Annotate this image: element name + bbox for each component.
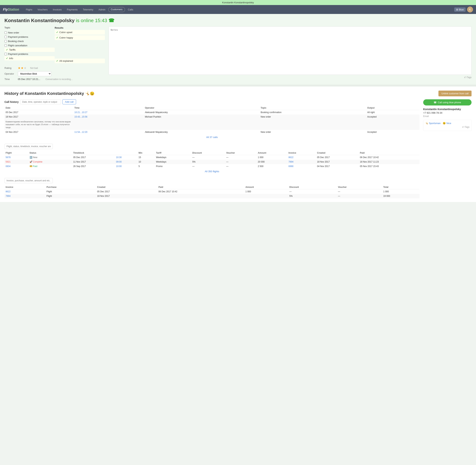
fcol-status: Status (29, 151, 72, 155)
history-section: History of Konstantin Konstantinopolsky … (0, 87, 476, 202)
flight-link-1[interactable]: 5678 (6, 156, 10, 159)
call-history-tbody: 05 Dec 2017 10:21...10:27 Aleksandr Maya… (4, 110, 419, 135)
unlink-customer-button[interactable]: Unlink customer from call (438, 91, 472, 96)
flight-link-2[interactable]: 5921 (6, 160, 10, 163)
call-time-link-3[interactable]: 11:54...12:20 (74, 131, 87, 133)
top-bar-title: Konstantin Konstantinopolsky (222, 1, 254, 4)
logo-fly: Fly (3, 8, 8, 11)
call-history-header: Call history Add call (4, 99, 419, 104)
inv-amount-1: 1 000 (244, 189, 288, 194)
rating-stars[interactable]: ★ ★ ★ (18, 66, 26, 70)
call-time-link-2[interactable]: 15:43...15:56 (74, 116, 87, 118)
phone-call-icon: ☎ (434, 101, 437, 104)
tariffs-checkmark: ✓ (6, 48, 8, 51)
user-avatar[interactable]: K (467, 7, 473, 12)
right-customer-email[interactable]: Email (423, 115, 472, 117)
all-flights-link[interactable]: All 350 flights (4, 169, 419, 174)
invoices-thead: Invoice Purchase Created Paid Amount Dis… (4, 185, 419, 189)
star-2[interactable]: ★ (21, 66, 23, 70)
nav-blue-panel[interactable]: ⊞ Blue (454, 7, 466, 12)
nav-item-payments[interactable]: Payments (65, 7, 80, 12)
nav-item-flights[interactable]: Flighs (24, 7, 35, 12)
nav: FlyStation Flighs Vouchers Invoices Paym… (0, 5, 476, 14)
flight-invoice-link-3[interactable]: 6990 (289, 165, 294, 168)
call-left-panel: Topic New order Payment problems Booking… (4, 26, 105, 81)
inv-discount-1: — (288, 189, 337, 194)
icol-total: Total (382, 185, 419, 189)
flight-invoice-3: 6990 (288, 164, 316, 169)
notes-tags[interactable]: 🏷 Tags (464, 76, 472, 79)
nav-item-admin[interactable]: Admin (96, 7, 108, 12)
col-time: Time (73, 106, 144, 110)
inv-num-2: 7894 (4, 194, 45, 198)
customer-info: Konstantin Konstantinopolsky +7 921 098-… (423, 108, 472, 117)
flight-invoice-2: 7894 (288, 159, 316, 164)
star-1[interactable]: ★ (18, 66, 21, 70)
call-history-search[interactable] (20, 99, 61, 104)
invoices-header-row: Invoice Purchase Created Paid Amount Dis… (4, 185, 419, 189)
nav-item-calls[interactable]: Calls (126, 7, 135, 12)
operator-label: Operator (4, 72, 16, 75)
topic-new-order: New order (4, 31, 55, 35)
topic-payment-problems-2-checkbox[interactable] (4, 53, 7, 55)
flight-tb-link-1[interactable]: 10:30 (116, 156, 122, 159)
flights-tbody: 5678 🆕 New 05 Dec 2017 10:30 15 Weekdays… (4, 155, 419, 169)
call-operator-1: Aleksandr Mayakovsky (144, 110, 259, 115)
call-history-section: Call history Add call Date Time Operator… (4, 99, 419, 140)
call-using-blue-phone-button[interactable]: ☎ Call using blue phone (423, 99, 472, 106)
nav-item-telemetry[interactable]: Telemetry (81, 7, 95, 12)
nav-item-invoices[interactable]: Invoices (51, 7, 64, 12)
nav-item-customers[interactable]: Customers (108, 7, 125, 12)
notes-textarea[interactable] (109, 26, 472, 75)
flight-link-3[interactable]: 0834 (6, 165, 10, 168)
invoices-table: Invoice Purchase Created Paid Amount Dis… (4, 185, 419, 198)
call-history-table: Date Time Operator Topic Output 05 Dec 2… (4, 106, 419, 134)
topic-new-order-checkbox[interactable] (4, 32, 7, 34)
topic-booking-check-checkbox[interactable] (4, 40, 7, 42)
nav-item-vouchers[interactable]: Vouchers (35, 7, 50, 12)
flight-invoice-link-2[interactable]: 7894 (289, 160, 294, 163)
flight-tb-time-3: 10:00 (115, 164, 137, 169)
inv-voucher-2: — (337, 194, 382, 198)
add-call-button[interactable]: Add call (62, 99, 76, 104)
logo-station: Station (8, 8, 19, 11)
call-history-thead: Date Time Operator Topic Output (4, 106, 419, 110)
operator-select[interactable]: Maximilian Blok (18, 71, 51, 76)
tag-sportsman[interactable]: 🤸 Sportsman (425, 122, 441, 125)
icol-purchase: Purchase (45, 185, 96, 189)
table-row: 04 Nov 2017 11:54...12:20 Aleksandr Maya… (4, 130, 419, 134)
topic-flight-cancellation-checkbox[interactable] (4, 44, 7, 47)
inv-link-2[interactable]: 7894 (6, 195, 10, 197)
call-time-link-1[interactable]: 10:21...10:27 (74, 111, 87, 114)
topic-payment-problems-1-checkbox[interactable] (4, 36, 7, 38)
rating-label: Rating (4, 67, 16, 69)
inv-link-1[interactable]: 8622 (6, 190, 10, 193)
invoices-search-input[interactable] (4, 178, 53, 183)
fcol-amount: Amount (257, 151, 288, 155)
call-customer-name: Konstantin Konstantinopolsky (4, 18, 74, 23)
fcol-created: Created (316, 151, 359, 155)
flight-tb-link-2[interactable]: 09:00 (116, 160, 122, 163)
topic-flight-cancellation: Flight cancellation (4, 43, 55, 48)
flight-tb-link-3[interactable]: 10:00 (116, 165, 122, 168)
all-calls-link[interactable]: All 37 calls (4, 134, 419, 140)
icol-amount: Amount (244, 185, 288, 189)
phone-icon: ☎ (108, 18, 114, 23)
history-header: History of Konstantin Konstantinopolsky … (4, 91, 472, 96)
call-output-1: All right (366, 110, 419, 115)
right-tags-footer[interactable]: 🏷 Tags (425, 126, 469, 128)
flight-invoice-link-1[interactable]: 8622 (289, 156, 294, 159)
table-row: 5678 🆕 New 05 Dec 2017 10:30 15 Weekdays… (4, 155, 419, 160)
inv-purchase-1: Flight (45, 189, 96, 194)
inv-total-2: 19 000 (382, 194, 419, 198)
star-3[interactable]: ★ (24, 66, 26, 70)
results-label: Results (55, 26, 105, 29)
status-badge-1: 🆕 New (30, 156, 37, 159)
topic-tariffs-label: Tariffs (9, 48, 15, 51)
tag-nice[interactable]: 😉 Nice (443, 122, 451, 125)
nav-blue-label: Blue (459, 8, 464, 11)
topic-booking-check: Booking check (4, 39, 55, 43)
flights-search-input[interactable] (4, 144, 53, 149)
flight-tb-date-1: 05 Dec 2017 (72, 155, 115, 160)
nav-logo[interactable]: FlyStation (3, 8, 19, 11)
